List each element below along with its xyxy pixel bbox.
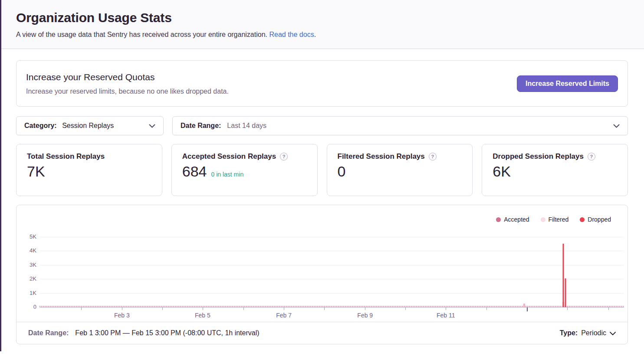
chevron-down-icon (610, 329, 616, 337)
x-axis-tick (405, 307, 406, 310)
x-axis-line (39, 307, 624, 307)
page-subtitle-text: A view of the usage data that Sentry has… (16, 31, 267, 38)
x-axis-label: Feb 7 (276, 312, 292, 319)
stat-card-value: 0 (338, 163, 346, 180)
stat-card-caption: 0 in last min (211, 171, 243, 178)
stat-card-value: 6K (493, 163, 511, 180)
legend-dot-icon (496, 217, 501, 222)
sidebar-edge (0, 0, 1, 351)
category-text: Category: Session Replays (24, 122, 114, 130)
chart-footer: Date Range: Feb 1 3:00 PM — Feb 15 3:00 … (16, 322, 628, 344)
y-axis-label: 1K (16, 290, 36, 296)
chevron-down-icon (613, 122, 620, 130)
x-axis-tick (365, 307, 365, 310)
legend-dot-icon (580, 217, 585, 222)
x-axis-tick (81, 307, 82, 310)
bar-dropped (562, 244, 564, 307)
stat-card-filtered: Filtered Session Replays ? 0 (327, 144, 473, 196)
main-content: Increase your Reserved Quotas Increase y… (0, 49, 644, 344)
stat-card-title: Dropped Session Replays (493, 152, 584, 161)
y-axis-label: 3K (16, 262, 36, 268)
category-value: Session Replays (62, 122, 114, 129)
gridline (39, 265, 624, 265)
chart-plot-area[interactable]: Feb 3Feb 5Feb 7Feb 9Feb 11 (39, 237, 624, 307)
legend-label: Accepted (504, 216, 529, 223)
quota-card-title: Increase your Reserved Quotas (26, 72, 229, 82)
page-subtitle: A view of the usage data that Sentry has… (16, 31, 628, 39)
type-select[interactable]: Type: Periodic (560, 329, 616, 337)
type-value: Periodic (581, 329, 606, 337)
stat-card-title: Total Session Replays (27, 152, 151, 161)
gridline (39, 237, 624, 237)
x-axis-tick (162, 307, 163, 310)
type-label: Type: (560, 329, 578, 337)
filter-row: Category: Session Replays Date Range: La… (16, 116, 628, 135)
legend-item-filtered[interactable]: Filtered (541, 216, 569, 223)
x-axis-tick (284, 307, 284, 310)
x-axis-tick (203, 307, 203, 310)
x-axis-label: Feb 11 (437, 312, 455, 319)
chart-legend: AcceptedFilteredDropped (16, 205, 628, 223)
x-axis-tick (446, 307, 446, 310)
x-axis-tick (486, 307, 487, 310)
reserved-quotas-card: Increase your Reserved Quotas Increase y… (16, 60, 628, 107)
bar-dropped (565, 278, 566, 307)
help-icon[interactable]: ? (588, 153, 595, 160)
usage-chart-panel: AcceptedFilteredDropped Feb 3Feb 5Feb 7F… (16, 205, 628, 344)
x-axis-tick (567, 307, 568, 310)
x-axis-tick (324, 307, 325, 310)
chevron-down-icon (149, 122, 155, 130)
page-header: Organization Usage Stats A view of the u… (0, 0, 644, 49)
x-axis-label: Feb 3 (114, 312, 130, 319)
y-axis-label: 2K (16, 275, 36, 282)
footer-date-range-label: Date Range: (28, 329, 69, 337)
stat-card-accepted: Accepted Session Replays ? 684 0 in last… (171, 144, 318, 196)
date-range-select[interactable]: Date Range: Last 14 days (172, 116, 628, 135)
usage-chart: Feb 3Feb 5Feb 7Feb 9Feb 11 01K2K3K4K5K (16, 226, 628, 322)
legend-item-accepted[interactable]: Accepted (496, 216, 529, 223)
gridline (39, 279, 624, 279)
legend-item-dropped[interactable]: Dropped (580, 216, 611, 223)
read-the-docs-link[interactable]: Read the docs (269, 31, 314, 38)
accepted-baseline-bars (39, 306, 624, 307)
stat-card-title: Filtered Session Replays (338, 152, 425, 161)
y-axis-label: 0 (16, 304, 36, 310)
legend-label: Dropped (588, 216, 611, 223)
y-axis-label: 4K (16, 247, 36, 254)
subtitle-period: . (314, 31, 316, 38)
help-icon[interactable]: ? (280, 153, 288, 160)
gridline (39, 293, 624, 294)
y-axis-label: 5K (16, 233, 36, 240)
date-range-label: Date Range: (181, 122, 221, 130)
increase-reserved-limits-button[interactable]: Increase Reserved Limits (517, 75, 618, 92)
date-range-value: Last 14 days (227, 122, 266, 130)
legend-label: Filtered (549, 216, 569, 223)
stat-card-value: 684 (182, 163, 207, 180)
legend-dot-icon (541, 217, 545, 222)
x-axis-label: Feb 5 (195, 312, 210, 319)
quota-card-text: Increase your Reserved Quotas Increase y… (26, 72, 229, 95)
bar-accepted (523, 304, 525, 307)
page-title: Organization Usage Stats (16, 10, 628, 25)
x-axis-tick (122, 307, 122, 310)
x-axis-tick (243, 307, 244, 310)
category-select[interactable]: Category: Session Replays (16, 116, 164, 135)
gridline (39, 251, 624, 251)
stat-cards-row: Total Session Replays 7K Accepted Sessio… (16, 144, 628, 196)
help-icon[interactable]: ? (429, 153, 437, 160)
stat-card-value: 7K (27, 163, 45, 180)
footer-date-range-value: Feb 1 3:00 PM — Feb 15 3:00 PM (-08:00 U… (75, 329, 259, 337)
x-axis-tick (608, 307, 609, 310)
stat-card-total: Total Session Replays 7K (16, 144, 162, 196)
category-label: Category: (24, 122, 57, 129)
x-axis-tick (527, 307, 528, 311)
x-axis-label: Feb 9 (357, 312, 373, 319)
stat-card-dropped: Dropped Session Replays ? 6K (482, 144, 628, 196)
quota-card-description: Increase your reserved limits, because n… (26, 88, 229, 95)
stat-card-title: Accepted Session Replays (182, 152, 276, 161)
